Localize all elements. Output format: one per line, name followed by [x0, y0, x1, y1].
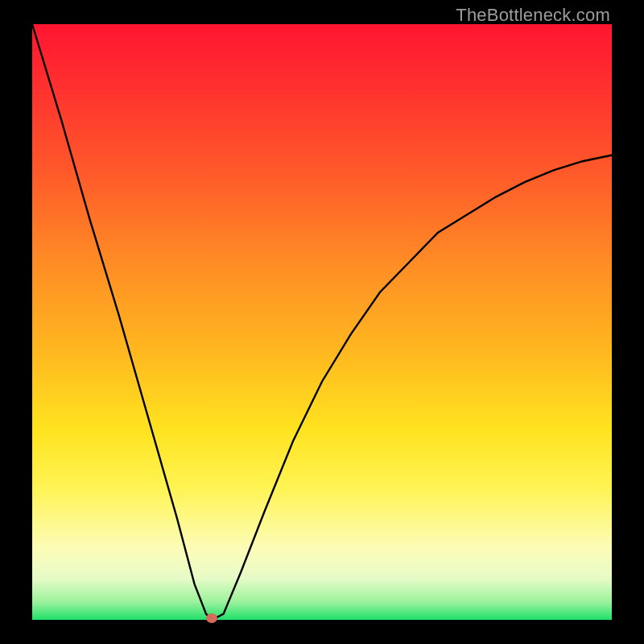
bottleneck-curve — [32, 24, 612, 620]
watermark-text: TheBottleneck.com — [456, 5, 610, 26]
plot-area — [32, 24, 612, 620]
chart-frame: TheBottleneck.com — [0, 0, 644, 644]
minimum-marker — [206, 613, 217, 623]
